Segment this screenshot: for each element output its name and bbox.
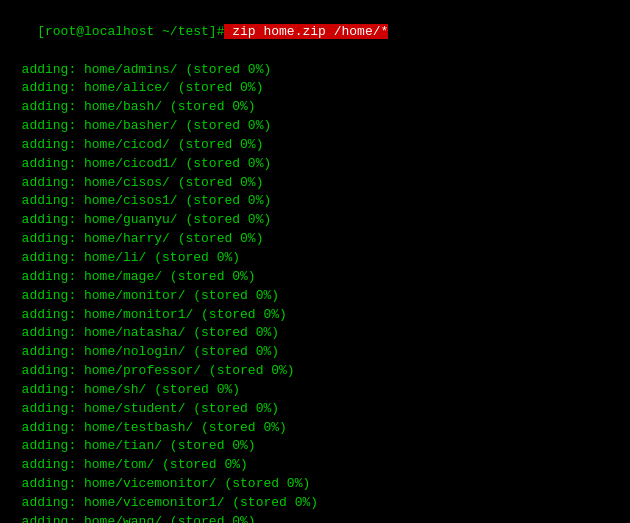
adding-line: adding: home/monitor/ (stored 0%) [6,287,624,306]
adding-line: adding: home/li/ (stored 0%) [6,249,624,268]
adding-line: adding: home/natasha/ (stored 0%) [6,324,624,343]
adding-line: adding: home/professor/ (stored 0%) [6,362,624,381]
adding-line: adding: home/basher/ (stored 0%) [6,117,624,136]
adding-lines: adding: home/admins/ (stored 0%) adding:… [6,61,624,523]
terminal-window: [root@localhost ~/test]# zip home.zip /h… [0,0,630,523]
adding-line: adding: home/cisos/ (stored 0%) [6,174,624,193]
adding-line: adding: home/alice/ (stored 0%) [6,79,624,98]
adding-line: adding: home/student/ (stored 0%) [6,400,624,419]
cmd-1: zip home.zip /home/* [224,24,388,39]
command-line-1: [root@localhost ~/test]# zip home.zip /h… [6,4,624,61]
adding-line: adding: home/vicemonitor1/ (stored 0%) [6,494,624,513]
prompt-1: [root@localhost ~/test]# [37,24,224,39]
adding-line: adding: home/wang/ (stored 0%) [6,513,624,523]
adding-line: adding: home/harry/ (stored 0%) [6,230,624,249]
adding-line: adding: home/cicod/ (stored 0%) [6,136,624,155]
adding-line: adding: home/tian/ (stored 0%) [6,437,624,456]
adding-line: adding: home/vicemonitor/ (stored 0%) [6,475,624,494]
adding-line: adding: home/tom/ (stored 0%) [6,456,624,475]
adding-line: adding: home/admins/ (stored 0%) [6,61,624,80]
adding-line: adding: home/cicod1/ (stored 0%) [6,155,624,174]
adding-line: adding: home/guanyu/ (stored 0%) [6,211,624,230]
adding-line: adding: home/bash/ (stored 0%) [6,98,624,117]
adding-line: adding: home/cisos1/ (stored 0%) [6,192,624,211]
adding-line: adding: home/monitor1/ (stored 0%) [6,306,624,325]
adding-line: adding: home/testbash/ (stored 0%) [6,419,624,438]
adding-line: adding: home/sh/ (stored 0%) [6,381,624,400]
adding-line: adding: home/nologin/ (stored 0%) [6,343,624,362]
adding-line: adding: home/mage/ (stored 0%) [6,268,624,287]
